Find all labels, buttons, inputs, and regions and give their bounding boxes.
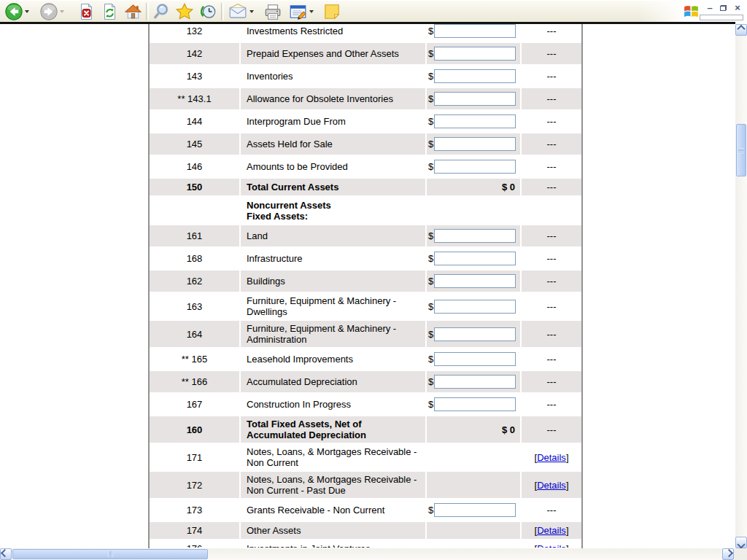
amount-cell: $ — [427, 225, 520, 246]
chevron-down-icon — [737, 540, 745, 548]
currency-symbol: $ — [428, 329, 433, 340]
chevron-up-icon — [737, 25, 745, 33]
amount-cell: $ — [427, 394, 520, 415]
scroll-up-button[interactable] — [735, 24, 747, 36]
amount-input[interactable] — [434, 47, 516, 61]
close-button[interactable]: × — [732, 3, 743, 12]
description-cell: Investments Restricted — [241, 24, 425, 42]
edit-dropdown[interactable] — [308, 1, 315, 22]
note-cell: --- — [522, 179, 581, 195]
forward-button[interactable] — [39, 1, 58, 22]
history-button[interactable] — [198, 1, 217, 22]
vertical-scrollbar-thumb[interactable] — [736, 124, 746, 176]
description-cell: Buildings — [241, 271, 425, 292]
amount-cell — [427, 444, 520, 470]
details-link[interactable]: Details — [537, 452, 566, 463]
amount-input[interactable] — [434, 375, 516, 389]
table-row: 162Buildings$--- — [150, 271, 581, 292]
amount-input[interactable] — [434, 69, 516, 83]
amount-cell: $ — [427, 293, 520, 319]
details-link[interactable]: Details — [537, 543, 566, 548]
table-row: 172Notes, Loans, & Mortgages Receivable … — [150, 472, 581, 498]
table-row: 150Total Current Assets$ 0--- — [150, 179, 581, 195]
table-row: ** 143.1Allowance for Obsolete Inventori… — [150, 88, 581, 109]
description-cell: Furniture, Equipment & Machinery - Dwell… — [241, 293, 425, 319]
horizontal-scrollbar-thumb[interactable] — [12, 549, 208, 559]
amount-input[interactable] — [434, 397, 516, 411]
frame-border-right — [581, 24, 583, 548]
table-row: 161Land$--- — [150, 225, 581, 246]
horizontal-scrollbar[interactable] — [0, 548, 734, 560]
amount-input[interactable] — [434, 503, 516, 517]
currency-symbol: $ — [428, 301, 433, 312]
print-button[interactable] — [263, 1, 282, 22]
description-cell: Assets Held for Sale — [241, 133, 425, 155]
refresh-button[interactable] — [101, 1, 118, 22]
browser-toolbar — [0, 0, 747, 22]
details-link[interactable]: Details — [537, 480, 566, 491]
description-cell: Interprogram Due From — [241, 111, 425, 132]
amount-input[interactable] — [434, 229, 516, 243]
description-cell: Infrastructure — [241, 248, 425, 269]
account-cell: 171 — [150, 444, 239, 470]
table-row: 143Inventories$--- — [150, 66, 581, 87]
history-icon — [198, 2, 217, 21]
toolbar-separator — [146, 3, 149, 20]
account-cell: 146 — [150, 156, 239, 177]
stop-button[interactable] — [77, 1, 95, 22]
amount-cell: $ — [427, 156, 520, 177]
restore-button[interactable] — [718, 3, 728, 12]
amount-input[interactable] — [434, 327, 516, 341]
scroll-down-button[interactable] — [735, 537, 747, 548]
note-cell: --- — [522, 499, 581, 521]
note-cell: --- — [522, 293, 581, 319]
forward-dropdown[interactable] — [58, 1, 66, 22]
currency-symbol: $ — [428, 93, 433, 104]
mail-dropdown[interactable] — [248, 1, 255, 22]
table-row: 168Infrastructure$--- — [150, 248, 581, 269]
currency-symbol: $ — [428, 253, 433, 264]
search-icon — [152, 2, 171, 21]
back-button[interactable] — [4, 1, 23, 22]
back-dropdown[interactable] — [23, 1, 31, 22]
vertical-scrollbar[interactable] — [735, 24, 747, 548]
notes-button[interactable] — [322, 1, 341, 22]
account-cell — [150, 197, 239, 224]
scroll-right-button[interactable] — [722, 548, 734, 560]
table-row: 132Investments Restricted$--- — [150, 24, 581, 42]
amount-cell: $ — [427, 24, 520, 42]
description-cell: Notes, Loans, & Mortgages Receivable - N… — [241, 444, 425, 470]
search-button[interactable] — [152, 1, 171, 22]
edit-button[interactable] — [288, 1, 308, 22]
account-cell: 161 — [150, 225, 239, 246]
minimize-button[interactable]: – — [705, 3, 715, 12]
favorites-button[interactable] — [175, 1, 194, 22]
description-cell: Prepaid Expenses and Other Assets — [241, 43, 425, 64]
amount-input[interactable] — [434, 160, 516, 174]
amount-input[interactable] — [434, 24, 516, 38]
home-button[interactable] — [124, 1, 142, 22]
amount-input[interactable] — [434, 352, 516, 366]
description-cell: Accumulated Depreciation — [241, 371, 425, 392]
amount-cell: $ — [427, 133, 520, 155]
note-cell — [522, 197, 581, 224]
description-cell: Furniture, Equipment & Machinery - Admin… — [241, 321, 425, 347]
currency-symbol: $ — [428, 354, 433, 365]
note-cell: --- — [522, 156, 581, 177]
amount-input[interactable] — [434, 300, 516, 314]
scroll-left-button[interactable] — [0, 548, 12, 560]
amount-input[interactable] — [434, 92, 516, 106]
amount-input[interactable] — [434, 252, 516, 265]
printer-icon — [263, 2, 282, 21]
chevron-right-icon — [725, 549, 733, 557]
description-cell: Notes, Loans, & Mortgages Receivable - N… — [241, 472, 425, 498]
amount-input[interactable] — [434, 137, 516, 151]
account-cell: 145 — [150, 133, 239, 155]
details-link[interactable]: Details — [537, 525, 566, 536]
mail-button[interactable] — [228, 1, 248, 22]
amount-cell — [427, 540, 520, 548]
currency-symbol: $ — [428, 139, 433, 149]
scrollbar-corner — [734, 548, 747, 560]
amount-input[interactable] — [434, 274, 516, 288]
amount-input[interactable] — [434, 114, 516, 128]
